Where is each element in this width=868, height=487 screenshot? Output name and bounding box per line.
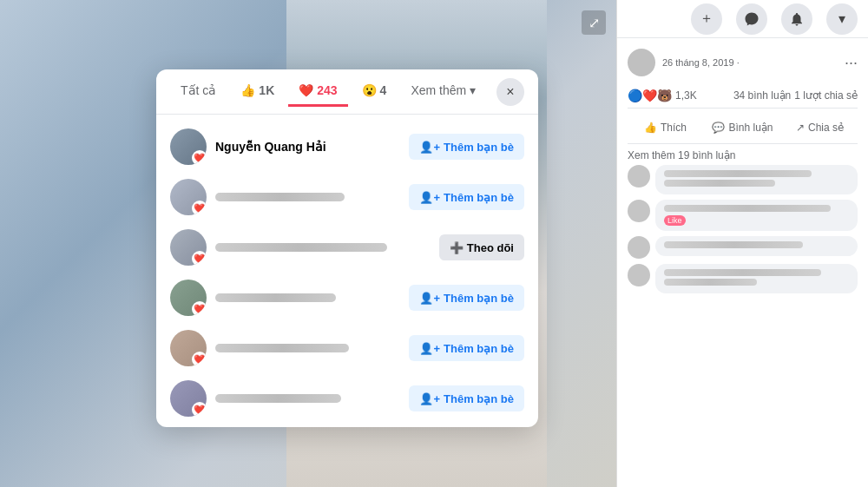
comment-item xyxy=(628,264,858,293)
like-count: 1K xyxy=(259,83,274,97)
comment-avatar xyxy=(628,264,650,286)
follow-button[interactable]: ➕ Theo dõi xyxy=(439,234,524,260)
chevron-down-small-icon: ▾ xyxy=(470,83,476,97)
comment-avatar xyxy=(628,236,650,259)
person-name-blurred xyxy=(215,243,431,252)
tab-more[interactable]: Xem thêm ▾ xyxy=(400,76,486,107)
comment-icon: 💬 xyxy=(712,122,725,134)
plus-icon[interactable]: ＋ xyxy=(691,3,722,35)
tab-like[interactable]: 👍 1K xyxy=(230,76,285,107)
add-friend-button[interactable]: 👤+ Thêm bạn bè xyxy=(409,335,524,361)
comment-item xyxy=(628,236,858,259)
notification-icon[interactable] xyxy=(781,3,812,35)
add-friend-label: Thêm bạn bè xyxy=(444,342,514,355)
add-friend-button[interactable]: 👤+ Thêm bạn bè xyxy=(409,285,524,311)
sidebar-post: 26 tháng 8, 2019 · ··· 🔵❤️🐻 1,3K 34 bình… xyxy=(617,38,868,309)
add-friend-icon: 👤+ xyxy=(419,191,440,204)
comment-bubble: Like xyxy=(655,200,858,231)
reaction-badge: ❤️ xyxy=(192,150,207,165)
add-friend-icon: 👤+ xyxy=(419,342,440,355)
comment-avatar xyxy=(628,165,650,188)
person-name-blurred xyxy=(215,293,400,302)
post-date: 26 tháng 8, 2019 · xyxy=(662,57,740,68)
comment-bubble xyxy=(655,236,858,256)
reactions-count: 1,3K xyxy=(675,89,697,102)
messenger-icon[interactable] xyxy=(736,3,767,35)
share-icon: ↗ xyxy=(796,122,805,134)
modal-close-button[interactable]: × xyxy=(496,78,524,106)
sidebar-header: ＋ ▾ xyxy=(617,0,868,38)
person-avatar: ❤️ xyxy=(170,179,207,215)
add-friend-label: Thêm bạn bè xyxy=(444,141,514,154)
comment-item xyxy=(628,165,858,194)
post-reactions-summary: 🔵❤️🐻 1,3K 34 bình luận 1 lượt chia sẻ xyxy=(628,83,858,109)
reaction-badge: ❤️ xyxy=(192,402,207,417)
add-friend-icon: 👤+ xyxy=(419,292,440,305)
like-icon: 👍 xyxy=(644,122,657,134)
person-row: ❤️ 👤+ Thêm bạn bè xyxy=(156,273,538,323)
heart-emoji: ❤️ xyxy=(299,83,313,97)
person-row: ❤️ ➕ Theo dõi xyxy=(156,222,538,273)
add-friend-button[interactable]: 👤+ Thêm bạn bè xyxy=(409,134,524,160)
like-label: Thích xyxy=(661,122,687,134)
add-friend-label: Thêm bạn bè xyxy=(444,191,514,204)
person-avatar: ❤️ xyxy=(170,128,207,165)
view-more-comments[interactable]: Xem thêm 19 bình luận xyxy=(628,144,858,165)
person-row: ❤️ 👤+ Thêm bạn bè xyxy=(156,172,538,222)
person-avatar: ❤️ xyxy=(170,280,207,316)
right-sidebar: ＋ ▾ 26 tháng 8, 2019 · ··· 🔵❤️🐻 1,3K 34 … xyxy=(616,0,868,487)
add-friend-icon: 👤+ xyxy=(419,392,440,405)
tab-more-label: Xem thêm xyxy=(411,83,466,97)
share-label: Chia sẻ xyxy=(808,122,844,134)
modal-tabs: Tất cả 👍 1K ❤️ 243 😮 4 Xem thêm ▾ × xyxy=(156,69,538,115)
post-author-avatar xyxy=(628,49,655,76)
reaction-badge: ❤️ xyxy=(192,251,207,266)
expand-icon[interactable]: ⤢ xyxy=(582,10,606,35)
add-friend-label: Thêm bạn bè xyxy=(444,392,514,405)
follow-label: Theo dõi xyxy=(467,241,514,254)
tab-wow[interactable]: 😮 4 xyxy=(352,76,398,107)
wow-emoji: 😮 xyxy=(362,83,377,97)
tab-all-label: Tất cả xyxy=(181,83,216,97)
person-avatar: ❤️ xyxy=(170,330,207,366)
tab-heart[interactable]: ❤️ 243 xyxy=(288,76,347,107)
add-friend-label: Thêm bạn bè xyxy=(444,292,514,305)
reaction-badge: ❤️ xyxy=(192,201,207,215)
person-row: ❤️ 👤+ Thêm bạn bè xyxy=(156,323,538,373)
comment-label: Bình luận xyxy=(728,122,773,134)
chevron-down-icon[interactable]: ▾ xyxy=(826,3,858,35)
add-friend-icon: 👤+ xyxy=(419,141,440,154)
comment-item: Like xyxy=(628,200,858,231)
add-friend-button[interactable]: 👤+ Thêm bạn bè xyxy=(409,184,524,210)
post-actions-bar: 👍 Thích 💬 Bình luận ↗ Chia sẻ xyxy=(628,112,858,144)
post-meta: 26 tháng 8, 2019 · ··· xyxy=(628,49,858,76)
person-name-blurred xyxy=(215,394,400,403)
tab-all[interactable]: Tất cả xyxy=(170,76,227,107)
person-avatar: ❤️ xyxy=(170,229,207,266)
comment-bubble xyxy=(655,165,858,194)
reaction-badge: ❤️ xyxy=(192,352,207,366)
person-row: ❤️ 👤+ Thêm bạn bè xyxy=(156,373,538,424)
person-row: ❤️ Nguyễn Quang Hải 👤+ Thêm bạn bè xyxy=(156,122,538,172)
wow-count: 4 xyxy=(380,83,387,97)
shares-count: 1 lượt chia sẻ xyxy=(794,89,858,102)
like-button[interactable]: 👍 Thích xyxy=(628,114,703,141)
comments-count: 34 bình luận xyxy=(733,89,791,102)
person-avatar: ❤️ xyxy=(170,380,207,417)
add-friend-button[interactable]: 👤+ Thêm bạn bè xyxy=(409,385,524,411)
person-name-blurred xyxy=(215,344,400,352)
person-name-blurred xyxy=(215,193,400,201)
like-emoji: 👍 xyxy=(240,83,255,97)
post-more-options[interactable]: ··· xyxy=(845,54,858,72)
person-name: Nguyễn Quang Hải xyxy=(215,140,400,154)
reactions-modal: Tất cả 👍 1K ❤️ 243 😮 4 Xem thêm ▾ × ❤️ N… xyxy=(156,69,538,427)
comment-button[interactable]: 💬 Bình luận xyxy=(705,114,780,141)
modal-body: ❤️ Nguyễn Quang Hải 👤+ Thêm bạn bè ❤️ 👤+… xyxy=(156,115,538,427)
reaction-badge: ❤️ xyxy=(192,301,207,316)
share-button[interactable]: ↗ Chia sẻ xyxy=(782,114,858,141)
follow-icon: ➕ xyxy=(450,241,464,254)
comment-avatar xyxy=(628,200,650,222)
heart-count: 243 xyxy=(317,83,337,97)
person-row: ❤️ ➕ Theo dõi xyxy=(156,424,538,427)
